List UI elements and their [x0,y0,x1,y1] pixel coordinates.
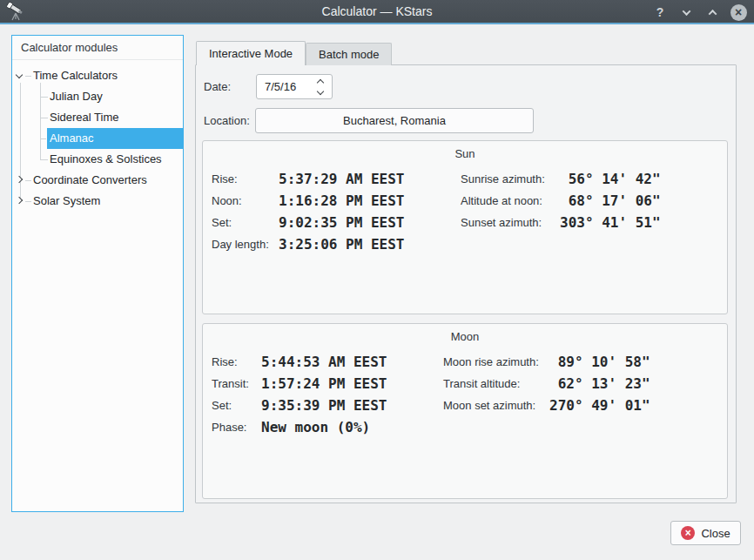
sidebar-header: Calculator modules [12,36,183,60]
sunset-azimuth-label: Sunset azimuth: [461,212,545,233]
sun-rise-label: Rise: [212,168,269,190]
close-button-label: Close [701,527,730,540]
minimize-icon [682,7,690,16]
chevron-right-icon[interactable] [16,176,23,183]
help-icon: ? [656,5,664,19]
sun-day-length-value: 3:25:06 PM EEST [279,233,405,255]
moon-rise-label: Rise: [212,351,249,373]
chevron-down-icon[interactable] [16,71,23,78]
sun-noon-value: 1:16:28 PM EEST [279,190,405,212]
chevron-right-icon[interactable] [16,197,23,204]
window-title: Calculator — KStars [0,4,754,18]
help-button[interactable]: ? [651,3,669,21]
altitude-at-noon-label: Altitude at noon: [461,190,545,212]
module-tree: Time Calculators Julian Day Sidereal Tim… [12,60,183,212]
sidebar-item-equinoxes-solstices[interactable]: Equinoxes & Solstices [12,149,183,170]
moon-groupbox: Moon Rise: Transit: Set: Phase: 5:44:53 … [202,323,728,499]
sunrise-azimuth-label: Sunrise azimuth: [461,168,545,190]
interactive-mode-panel: Date: 7/5/16 Location: Bucharest, Romani… [195,64,737,503]
location-button[interactable]: Bucharest, Romania [255,108,534,133]
titlebar: Calculator — KStars ? × [0,0,754,24]
date-label: Date: [204,74,231,99]
sun-right-values: 56° 14' 42" 68° 17' 06" 303° 41' 51" [560,168,661,233]
sunset-azimuth-value: 303° 41' 51" [560,212,661,233]
spin-down-icon[interactable] [317,87,324,94]
tab-interactive-mode[interactable]: Interactive Mode [196,41,306,65]
moon-set-azimuth-label: Moon set azimuth: [443,395,539,416]
sun-right-labels: Sunrise azimuth: Altitude at noon: Sunse… [461,168,545,233]
sun-noon-label: Noon: [212,190,269,212]
sidebar-item-label: Sidereal Time [50,111,118,124]
moon-rise-azimuth-label: Moon rise azimuth: [443,351,539,373]
transit-altitude-label: Transit altitude: [443,373,539,395]
moon-right-labels: Moon rise azimuth: Transit altitude: Moo… [443,351,539,416]
sun-set-label: Set: [212,212,269,233]
sidebar-item-almanac[interactable]: Almanac [47,128,183,149]
sun-set-value: 9:02:35 PM EEST [279,212,405,233]
moon-transit-label: Transit: [212,373,249,395]
sidebar-item-label: Time Calculators [33,69,118,82]
close-button[interactable]: × Close [670,521,741,545]
tab-batch-mode[interactable]: Batch mode [306,43,392,65]
location-label: Location: [204,108,250,133]
sun-group-title: Sun [203,147,727,160]
sidebar-item-label: Solar System [33,194,100,207]
sidebar-item-label: Julian Day [50,90,103,103]
moon-rise-azimuth-value: 89° 10' 58" [549,351,650,373]
sidebar-item-sidereal-time[interactable]: Sidereal Time [12,107,183,128]
moon-left-labels: Rise: Transit: Set: Phase: [212,351,249,438]
sun-groupbox: Sun Rise: Noon: Set: Day length: 5:37:29… [202,140,728,314]
sun-left-values: 5:37:29 AM EEST 1:16:28 PM EEST 9:02:35 … [279,168,405,255]
tree-guide-line [40,138,46,139]
moon-phase-label: Phase: [212,416,249,438]
maximize-icon [708,9,717,17]
sun-left-labels: Rise: Noon: Set: Day length: [212,168,269,255]
sidebar-item-label: Almanac [50,132,94,145]
moon-set-label: Set: [212,395,249,416]
sidebar-item-label: Equinoxes & Solstices [50,152,162,165]
sun-day-length-label: Day length: [212,233,269,255]
titlebar-buttons: ? × [651,0,747,24]
moon-right-values: 89° 10' 58" 62° 13' 23" 270° 49' 01" [549,351,650,416]
altitude-at-noon-value: 68° 17' 06" [560,190,661,212]
spin-up-icon[interactable] [317,78,324,85]
sidebar-item-julian-day[interactable]: Julian Day [12,86,183,107]
moon-rise-value: 5:44:53 AM EEST [261,351,387,373]
calculator-window: Calculator — KStars ? × Calculator modul… [0,0,754,560]
date-spinbox[interactable]: 7/5/16 [256,74,333,99]
moon-set-azimuth-value: 270° 49' 01" [549,395,650,416]
mode-tabbar: Interactive Mode Batch mode [196,41,392,65]
calculator-modules-panel: Calculator modules Time Calculators Juli… [11,35,184,512]
sunrise-azimuth-value: 56° 14' 42" [560,168,661,190]
sidebar-item-solar-system[interactable]: Solar System [12,191,183,212]
window-close-icon: × [730,4,747,21]
close-button-icon: × [681,526,695,540]
sidebar-item-coordinate-converters[interactable]: Coordinate Converters [12,170,183,191]
date-value[interactable]: 7/5/16 [257,80,313,93]
moon-group-title: Moon [203,330,727,343]
kstars-telescope-icon [5,2,26,23]
moon-set-value: 9:35:39 PM EEST [261,395,387,416]
moon-left-values: 5:44:53 AM EEST 1:57:24 PM EEST 9:35:39 … [261,351,387,438]
sidebar-item-label: Coordinate Converters [33,173,147,186]
window-close-button[interactable]: × [730,3,747,21]
minimize-button[interactable] [677,3,695,21]
sidebar-item-time-calculators[interactable]: Time Calculators [12,65,183,86]
sun-rise-value: 5:37:29 AM EEST [279,168,405,190]
maximize-button[interactable] [704,3,721,21]
moon-transit-value: 1:57:24 PM EEST [261,373,387,395]
transit-altitude-value: 62° 13' 23" [549,373,650,395]
moon-phase-value: New moon (0%) [261,416,387,438]
date-spin-arrows [313,80,332,94]
